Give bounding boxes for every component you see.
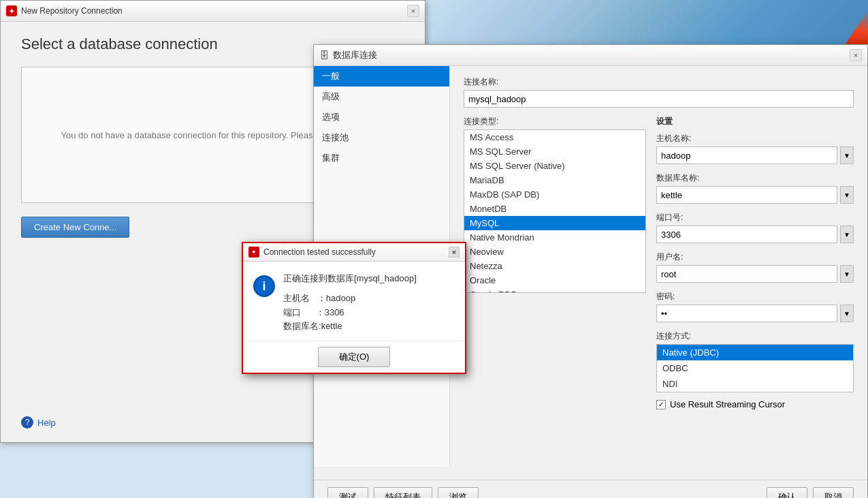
conn-type-list[interactable]: MS Access MS SQL Server MS SQL Server (N… [464, 129, 646, 293]
db-footer: 测试 特征列表 浏览 确认 取消 [314, 480, 867, 498]
user-label: 用户名: [656, 251, 854, 263]
success-details: 主机名 ：hadoop 端口 ：3306 数据库名:kettle [283, 292, 417, 334]
user-input-row: ▼ [656, 265, 854, 283]
success-titlebar: ✦ Connection tested successfully × [243, 243, 465, 262]
streaming-checkbox[interactable]: ✓ [656, 400, 666, 409]
conn-name-label: 连接名称: [464, 76, 854, 88]
test-button[interactable]: 测试 [327, 487, 368, 499]
db-type-ms-sql-native[interactable]: MS SQL Server (Native) [464, 159, 645, 173]
db-type-oracle[interactable]: Oracle [464, 273, 645, 287]
conn-mode-ndi[interactable]: NDI [657, 376, 853, 392]
success-body: i 正确连接到数据库[mysql_hadoop] 主机名 ：hadoop 端口 … [243, 262, 465, 341]
conn-name-row [464, 90, 854, 108]
host-input[interactable] [656, 146, 837, 164]
dbname-arrow[interactable]: ▼ [840, 186, 854, 204]
info-icon: i [253, 275, 275, 297]
db-type-oracle-rdb[interactable]: Oracle RDB [464, 287, 645, 293]
pass-input-row: ▼ [656, 305, 854, 322]
host-label: 主机名称: [656, 133, 854, 144]
user-input[interactable] [656, 265, 837, 283]
db-type-mariadb[interactable]: MariaDB [464, 173, 645, 187]
success-close-button[interactable]: × [449, 247, 460, 258]
host-input-row: ▼ [656, 146, 854, 164]
conn-mode-native-jdbc[interactable]: Native (JDBC) [657, 345, 853, 360]
repo-close-button[interactable]: × [407, 5, 419, 17]
db-dialog-icon: 🗄 [319, 50, 329, 61]
repo-titlebar: ✦ New Repository Connection × [1, 1, 425, 22]
db-menu-item-pool[interactable]: 连接池 [314, 127, 449, 148]
port-input[interactable] [656, 225, 837, 243]
pass-arrow[interactable]: ▼ [840, 305, 854, 322]
repo-title-icon: ✦ [6, 5, 17, 16]
success-db-value: kettle [321, 321, 342, 331]
port-input-row: ▼ [656, 225, 854, 243]
db-menu-item-advanced[interactable]: 高级 [314, 87, 449, 107]
browse-button[interactable]: 浏览 [438, 487, 479, 499]
help-label: Help [37, 418, 56, 428]
success-port-value: 3306 [325, 307, 344, 317]
db-right-panel: 连接名称: 连接类型: MS Access MS SQL Server MS S… [450, 66, 867, 467]
conn-mode-list[interactable]: Native (JDBC) ODBC NDI [656, 344, 854, 392]
db-menu-item-options[interactable]: 选项 [314, 107, 449, 127]
db-footer-right: 确认 取消 [767, 487, 854, 499]
pass-label: 密码: [656, 291, 854, 302]
create-connection-button[interactable]: Create New Conne... [21, 217, 129, 238]
scenic-background [425, 0, 868, 51]
success-host-value: hadoop [326, 293, 355, 303]
host-arrow[interactable]: ▼ [840, 146, 854, 164]
db-settings-panel: 设置 主机名称: ▼ 数据库名称: ▼ [656, 116, 854, 409]
db-dialog-close[interactable]: × [850, 49, 862, 61]
db-menu-item-cluster[interactable]: 集群 [314, 148, 449, 168]
db-type-maxdb[interactable]: MaxDB (SAP DB) [464, 187, 645, 202]
dbname-input-row: ▼ [656, 186, 854, 204]
repo-title-text: New Repository Connection [21, 6, 123, 16]
success-title-icon: ✦ [248, 247, 259, 258]
db-footer-left: 测试 特征列表 浏览 [327, 487, 479, 499]
user-arrow[interactable]: ▼ [840, 265, 854, 283]
db-type-neoview[interactable]: Neoview [464, 245, 645, 259]
success-footer: 确定(O) [243, 341, 465, 373]
streaming-checkbox-row: ✓ Use Result Streaming Cursor [656, 399, 854, 409]
db-menu-item-general[interactable]: 一般 [314, 66, 449, 87]
dbname-group: 数据库名称: ▼ [656, 172, 854, 204]
repo-help[interactable]: ? Help [21, 416, 56, 429]
dbname-label: 数据库名称: [656, 172, 854, 184]
db-type-netezza[interactable]: Netezza [464, 259, 645, 273]
success-ok-button[interactable]: 确定(O) [318, 347, 391, 367]
conn-type-container: 连接类型: MS Access MS SQL Server MS SQL Ser… [464, 116, 646, 409]
db-type-ms-sql[interactable]: MS SQL Server [464, 144, 645, 159]
conn-name-group: 连接名称: [464, 76, 854, 108]
cancel-button[interactable]: 取消 [813, 487, 854, 499]
conn-type-list-row: MS Access MS SQL Server MS SQL Server (N… [464, 129, 646, 293]
pass-group: 密码: ▼ [656, 291, 854, 322]
port-group: 端口号: ▼ [656, 212, 854, 243]
db-type-native-mondrian[interactable]: Native Mondrian [464, 230, 645, 245]
port-label: 端口号: [656, 212, 854, 223]
success-db-label: 数据库名: [283, 321, 321, 331]
db-type-mysql[interactable]: MySQL [464, 216, 645, 230]
port-arrow[interactable]: ▼ [840, 225, 854, 243]
conn-mode-label: 连接方式: [656, 330, 854, 342]
success-dialog: ✦ Connection tested successfully × i 正确连… [242, 242, 466, 374]
db-type-monetdb[interactable]: MonetDB [464, 202, 645, 216]
pass-input[interactable] [656, 305, 837, 322]
conn-type-settings-row: 连接类型: MS Access MS SQL Server MS SQL Ser… [464, 116, 854, 409]
streaming-label: Use Result Streaming Cursor [670, 399, 785, 409]
success-title-text: Connection tested successfully [263, 247, 376, 257]
feature-list-button[interactable]: 特征列表 [374, 487, 432, 499]
success-message-line1: 正确连接到数据库[mysql_hadoop] [283, 272, 417, 286]
db-type-ms-access[interactable]: MS Access [464, 130, 645, 144]
success-port-label: 端口 ： [283, 307, 325, 317]
conn-mode-odbc[interactable]: ODBC [657, 360, 853, 376]
confirm-button[interactable]: 确认 [767, 487, 807, 499]
conn-type-label: 连接类型: [464, 116, 646, 127]
dbname-input[interactable] [656, 186, 837, 204]
help-icon: ? [21, 416, 33, 429]
success-host-label: 主机名 ： [283, 293, 326, 303]
db-titlebar: 🗄 数据库连接 × [314, 45, 867, 66]
host-group: 主机名称: ▼ [656, 133, 854, 164]
db-dialog-title: 数据库连接 [333, 49, 377, 61]
success-text: 正确连接到数据库[mysql_hadoop] 主机名 ：hadoop 端口 ：3… [283, 272, 417, 334]
conn-name-input[interactable] [464, 90, 854, 108]
settings-title: 设置 [656, 116, 854, 127]
